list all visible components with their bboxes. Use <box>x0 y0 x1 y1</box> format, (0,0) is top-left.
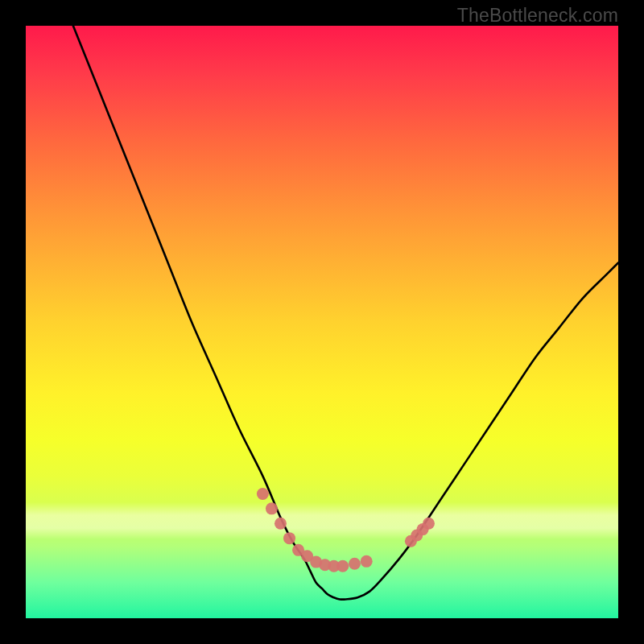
bead-marker <box>405 535 417 547</box>
beads-layer <box>257 488 435 572</box>
bottleneck-curve <box>73 26 618 600</box>
bead-marker <box>292 544 304 556</box>
bead-marker <box>361 555 373 568</box>
watermark-text: TheBottleneck.com <box>457 5 618 27</box>
bead-marker <box>266 502 278 514</box>
bead-marker <box>257 488 269 500</box>
bead-marker <box>301 550 313 562</box>
curve-svg <box>26 26 618 618</box>
bead-marker <box>417 523 429 535</box>
bead-marker <box>328 560 340 572</box>
bead-marker <box>423 518 435 530</box>
bead-marker <box>411 529 423 541</box>
bead-marker <box>283 532 295 544</box>
highlight-band <box>26 502 618 539</box>
bead-marker <box>319 559 331 571</box>
bead-marker <box>336 560 349 572</box>
bead-marker <box>349 558 361 570</box>
bead-marker <box>310 556 322 568</box>
curve-layer <box>73 26 618 600</box>
plot-area <box>26 26 618 618</box>
chart-frame: TheBottleneck.com <box>0 0 644 644</box>
bead-marker <box>275 518 287 530</box>
